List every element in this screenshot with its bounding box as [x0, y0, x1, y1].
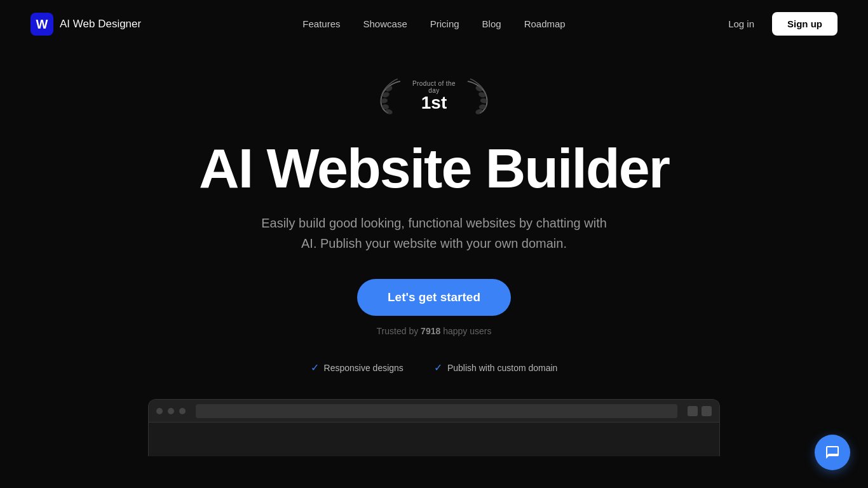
- laurel-right-icon: [465, 76, 491, 116]
- browser-action-icon-2: [702, 406, 712, 416]
- badge-label: Product of the day: [407, 80, 461, 94]
- browser-url-bar: [196, 404, 677, 418]
- badge-rank: 1st: [421, 94, 447, 112]
- signup-button[interactable]: Sign up: [772, 12, 837, 36]
- feature-label-domain: Publish with custom domain: [447, 363, 558, 373]
- browser-toolbar: [149, 400, 719, 423]
- trusted-text: Trusted by 7918 happy users: [377, 326, 492, 336]
- login-button[interactable]: Log in: [721, 13, 762, 34]
- hero-subtitle: Easily build good looking, functional we…: [261, 213, 607, 254]
- laurel-left-icon: [377, 76, 403, 116]
- nav-link-roadmap[interactable]: Roadmap: [524, 18, 566, 29]
- hero-title: AI Website Builder: [199, 139, 669, 198]
- check-icon-domain: ✓: [434, 362, 442, 374]
- browser-dot-3: [179, 408, 186, 414]
- chat-button[interactable]: [815, 435, 850, 470]
- browser-dot-2: [168, 408, 174, 414]
- feature-item-responsive: ✓ Responsive designs: [311, 362, 403, 374]
- logo-icon: W: [31, 13, 53, 36]
- check-icon-responsive: ✓: [311, 362, 319, 374]
- browser-dot-1: [156, 408, 163, 414]
- browser-mockup: [148, 399, 720, 456]
- logo-text: AI Web Designer: [60, 18, 141, 30]
- browser-action-icons: [688, 406, 712, 416]
- feature-label-responsive: Responsive designs: [324, 363, 403, 373]
- feature-item-domain: ✓ Publish with custom domain: [434, 362, 558, 374]
- browser-action-icon-1: [688, 406, 698, 416]
- nav-link-features[interactable]: Features: [302, 18, 340, 29]
- nav-link-showcase[interactable]: Showcase: [363, 18, 407, 29]
- badge-wrapper: Product of the day 1st: [377, 73, 491, 119]
- nav-actions: Log in Sign up: [721, 12, 837, 36]
- nav-link-blog[interactable]: Blog: [482, 18, 501, 29]
- hero-section: Product of the day 1st AI Website Builde…: [0, 48, 868, 456]
- logo-link[interactable]: W AI Web Designer: [31, 13, 141, 36]
- feature-list: ✓ Responsive designs ✓ Publish with cust…: [311, 362, 558, 374]
- nav-link-pricing[interactable]: Pricing: [430, 18, 459, 29]
- nav-links: Features Showcase Pricing Blog Roadmap: [302, 18, 565, 29]
- navbar: W AI Web Designer Features Showcase Pric…: [0, 0, 868, 48]
- svg-text:W: W: [36, 17, 48, 31]
- badge-text: Product of the day 1st: [407, 80, 461, 112]
- cta-button[interactable]: Let's get started: [357, 279, 511, 316]
- chat-icon: [825, 445, 840, 460]
- product-badge: Product of the day 1st: [377, 73, 491, 119]
